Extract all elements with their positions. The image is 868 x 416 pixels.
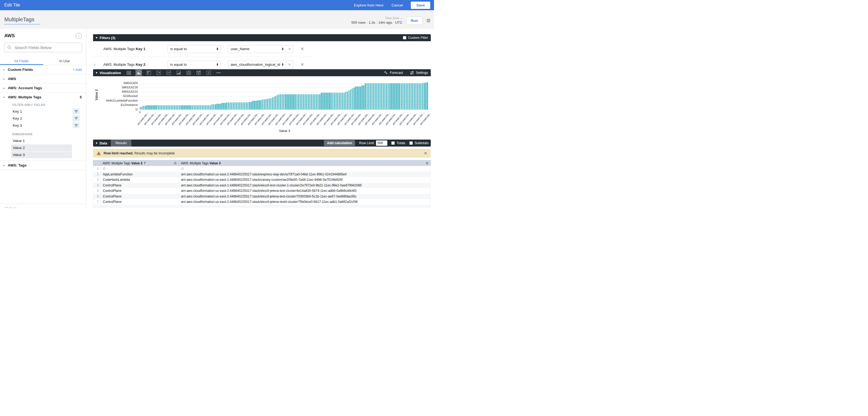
bar[interactable] bbox=[350, 90, 351, 109]
bar[interactable] bbox=[161, 105, 162, 109]
collapse-caret-icon[interactable]: ▼ bbox=[96, 72, 97, 74]
bar[interactable] bbox=[148, 105, 149, 109]
bar[interactable] bbox=[204, 105, 205, 109]
table-row[interactable]: 2AppLambdaFunctionarn:aws:cloudformation… bbox=[93, 172, 431, 177]
bar[interactable] bbox=[345, 92, 346, 109]
bar[interactable] bbox=[277, 95, 278, 109]
bar[interactable] bbox=[340, 93, 341, 109]
bar[interactable] bbox=[156, 105, 157, 109]
bar[interactable] bbox=[200, 105, 201, 109]
dismiss-warning-button[interactable]: ✕ bbox=[424, 151, 427, 156]
bar[interactable] bbox=[297, 94, 298, 109]
bar[interactable] bbox=[220, 104, 221, 109]
cell-value-3[interactable]: arn:aws:cloudformation:us-east-2:4486402… bbox=[179, 200, 431, 204]
bar[interactable] bbox=[376, 83, 377, 109]
bar[interactable] bbox=[267, 99, 268, 109]
bar[interactable] bbox=[379, 83, 381, 109]
bar[interactable] bbox=[236, 102, 237, 109]
bar[interactable] bbox=[298, 94, 299, 109]
bar[interactable] bbox=[171, 105, 172, 109]
bar[interactable] bbox=[272, 98, 273, 109]
bar[interactable] bbox=[185, 105, 186, 109]
field-key-3[interactable]: Key 3 bbox=[11, 122, 72, 129]
sidebar-section-multiple-tags[interactable]: ▾ AWS: Multiple Tags 5 bbox=[0, 93, 86, 102]
field-value-1[interactable]: Value 1 bbox=[11, 137, 72, 144]
bar[interactable] bbox=[249, 102, 250, 109]
bar[interactable] bbox=[235, 102, 236, 109]
bar[interactable] bbox=[427, 82, 428, 109]
bar[interactable] bbox=[226, 102, 227, 109]
bar[interactable] bbox=[347, 92, 348, 109]
bar[interactable] bbox=[344, 93, 345, 109]
bar[interactable] bbox=[158, 105, 159, 109]
bar[interactable] bbox=[291, 94, 292, 109]
bar[interactable] bbox=[391, 83, 392, 109]
cell-value-3[interactable]: ∅ bbox=[179, 167, 431, 171]
filter-icon[interactable] bbox=[72, 108, 80, 114]
cell-value-2[interactable]: AppLambdaFunction bbox=[101, 172, 179, 177]
field-value-2[interactable]: Value 2 bbox=[11, 144, 72, 151]
table-row[interactable]: 5ControlPlanearn:aws:cloudformation:us-e… bbox=[93, 188, 431, 194]
bar[interactable] bbox=[269, 98, 270, 109]
sidebar-section-custom-fields[interactable]: ▸ Custom Fields + Add bbox=[0, 65, 86, 74]
bar[interactable] bbox=[342, 93, 343, 109]
bar[interactable] bbox=[300, 94, 301, 109]
bar[interactable] bbox=[383, 83, 384, 109]
bar[interactable] bbox=[301, 94, 302, 109]
field-key-2[interactable]: Key 2 bbox=[11, 115, 72, 122]
column-gear-icon[interactable]: ⚙ bbox=[426, 162, 429, 165]
add-custom-field-button[interactable]: + Add bbox=[72, 68, 82, 72]
bar[interactable] bbox=[210, 105, 211, 109]
bar[interactable] bbox=[207, 105, 208, 109]
bar[interactable] bbox=[229, 102, 230, 109]
custom-filter-toggle[interactable]: Custom Filter bbox=[403, 36, 428, 40]
bar[interactable] bbox=[282, 94, 283, 109]
viz-type-column-icon[interactable] bbox=[135, 69, 142, 76]
bar[interactable] bbox=[337, 93, 338, 109]
bar[interactable] bbox=[336, 93, 337, 109]
bar[interactable] bbox=[286, 94, 287, 109]
custom-filter-checkbox[interactable] bbox=[403, 36, 406, 39]
remove-filter-button[interactable]: ✕ bbox=[301, 46, 304, 51]
bar[interactable] bbox=[415, 83, 416, 109]
bar[interactable] bbox=[402, 83, 404, 109]
viz-type-single-value-icon[interactable]: 6 bbox=[205, 69, 212, 76]
bar[interactable] bbox=[140, 107, 141, 109]
bar[interactable] bbox=[238, 102, 239, 109]
bar-chart[interactable]: Value 2 ∅Ec2InstanceHello1LambdaFunction… bbox=[93, 76, 431, 137]
bar[interactable] bbox=[360, 86, 361, 109]
bar[interactable] bbox=[141, 106, 143, 109]
bar[interactable] bbox=[303, 94, 304, 109]
cell-value-3[interactable]: arn:aws:cloudformation:us-east-1:4486402… bbox=[179, 178, 431, 182]
bar[interactable] bbox=[418, 83, 420, 109]
subtotals-checkbox[interactable] bbox=[409, 141, 413, 145]
bar[interactable] bbox=[164, 105, 165, 109]
filter-operator-select[interactable]: is equal to bbox=[167, 45, 221, 53]
bar[interactable] bbox=[198, 105, 199, 109]
totals-checkbox[interactable] bbox=[392, 141, 395, 145]
table-row[interactable]: 1∅∅ bbox=[93, 166, 431, 172]
column-header-value-2[interactable]: AWS: Multiple Tags Value 2 ↑ ⚙ bbox=[101, 160, 179, 166]
viz-type-area-icon[interactable] bbox=[175, 69, 182, 76]
bar[interactable] bbox=[332, 93, 333, 109]
bar[interactable] bbox=[149, 105, 151, 109]
bar[interactable] bbox=[189, 105, 190, 109]
bar[interactable] bbox=[294, 94, 296, 109]
bar[interactable] bbox=[280, 94, 281, 109]
bar[interactable] bbox=[218, 104, 219, 109]
bar[interactable] bbox=[331, 93, 332, 109]
bar[interactable] bbox=[205, 105, 206, 109]
bar[interactable] bbox=[181, 105, 182, 109]
bar[interactable] bbox=[399, 83, 400, 109]
bar[interactable] bbox=[373, 83, 374, 109]
bar[interactable] bbox=[143, 106, 144, 109]
bar[interactable] bbox=[397, 83, 398, 109]
bar[interactable] bbox=[153, 105, 154, 109]
bar[interactable] bbox=[151, 105, 152, 109]
bar[interactable] bbox=[327, 93, 328, 109]
bar[interactable] bbox=[311, 94, 312, 109]
bar[interactable] bbox=[251, 102, 252, 109]
bar[interactable] bbox=[384, 83, 385, 109]
bar[interactable] bbox=[169, 105, 170, 109]
bar[interactable] bbox=[422, 83, 423, 109]
